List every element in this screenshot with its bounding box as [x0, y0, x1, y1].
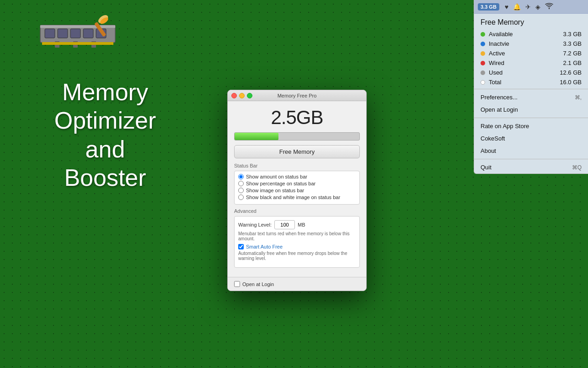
advanced-section: Warning Level: MB Menubar text turns red… [234, 216, 360, 268]
window-titlebar: Memory Free Pro [228, 90, 366, 101]
svg-rect-5 [83, 29, 93, 38]
status-bar-label: Status Bar [234, 163, 360, 168]
open-at-login-checkbox[interactable] [234, 281, 240, 287]
menu-top-bar: 3.3 GB ♥ 🔔 ✈ ◈ [474, 0, 588, 14]
dot-wired [481, 61, 485, 65]
menu-quit[interactable]: Quit ⌘Q [474, 161, 588, 173]
memory-row-wired: Wired 2.1 GB [474, 58, 588, 68]
memory-bar [234, 132, 360, 141]
memory-row-available: Available 3.3 GB [474, 29, 588, 39]
warning-level-unit: MB [298, 222, 305, 227]
window-body: 2.5GB Free Memory Status Bar Show amount… [228, 101, 366, 277]
radio-show-image[interactable]: Show image on status bar [238, 188, 356, 193]
menu-about[interactable]: About [474, 145, 588, 157]
smart-auto-free-label: Smart Auto Free [246, 244, 283, 249]
menu-rate[interactable]: Rate on App Store [474, 120, 588, 132]
svg-rect-3 [58, 29, 68, 38]
status-bar-section: Show amount on status bar Show percentag… [234, 171, 360, 205]
minimize-button[interactable] [239, 93, 245, 98]
dot-available [481, 32, 485, 37]
open-at-login-row: Open at Login [228, 277, 366, 291]
heart-icon: ♥ [505, 3, 508, 11]
radio-show-amount[interactable]: Show amount on status bar [238, 174, 356, 179]
value-used: 12.6 GB [560, 69, 582, 76]
divider-3 [474, 159, 588, 159]
divider-1 [474, 89, 588, 89]
value-inactive: 3.3 GB [563, 40, 582, 47]
menu-preferences[interactable]: Preferences... ⌘, [474, 91, 588, 103]
label-active: Active [489, 50, 505, 57]
free-memory-button[interactable]: Free Memory [234, 145, 360, 158]
label-total: Total [489, 79, 501, 86]
radio-show-percentage[interactable]: Show percentage on status bar [238, 181, 356, 186]
memory-row-total: Total 16.0 GB [474, 77, 588, 87]
app-title: Memory Optimizer and Booster [27, 78, 183, 192]
menu-dropdown: 3.3 GB ♥ 🔔 ✈ ◈ Free Memory Available 3.3… [474, 0, 588, 174]
label-wired: Wired [489, 60, 504, 66]
label-used: Used [489, 69, 502, 76]
app-window: Memory Free Pro 2.5GB Free Memory Status… [227, 90, 367, 291]
warning-level-input[interactable] [274, 220, 295, 229]
warning-level-label: Warning Level: [238, 222, 272, 227]
window-title: Memory Free Pro [278, 93, 317, 98]
traffic-lights [231, 93, 252, 98]
advanced-label: Advanced [234, 208, 360, 214]
menu-cokesoft[interactable]: CokeSoft [474, 132, 588, 145]
memory-row-inactive: Inactvie 3.3 GB [474, 39, 588, 49]
dot-used [481, 70, 485, 75]
menu-title: Free Memory [474, 14, 588, 29]
memory-row-active: Active 7.2 GB [474, 49, 588, 58]
svg-rect-10 [42, 42, 113, 45]
open-at-login-label: Open at Login [242, 281, 274, 287]
smart-auto-free-hint: Automatically free when free memory drop… [238, 251, 356, 261]
send-icon: ◈ [535, 3, 540, 11]
dot-inactive [481, 42, 485, 46]
warning-hint: Menubar text turns red when free memory … [238, 231, 356, 241]
menu-open-at-login[interactable]: Open at Login [474, 103, 588, 116]
zoom-button[interactable] [247, 93, 252, 98]
smart-auto-free-checkbox[interactable] [238, 244, 244, 249]
value-available: 3.3 GB [563, 31, 582, 38]
memory-bar-fill [235, 133, 278, 140]
value-wired: 2.1 GB [563, 60, 582, 66]
divider-2 [474, 118, 588, 118]
svg-rect-4 [70, 29, 80, 38]
bell-icon: 🔔 [513, 3, 521, 11]
menu-bar-icons: ♥ 🔔 ✈ ◈ [505, 3, 553, 11]
dot-total [481, 80, 485, 85]
memory-amount: 2.5GB [234, 107, 360, 129]
dot-active [481, 51, 485, 56]
airplane-icon: ✈ [525, 3, 531, 11]
value-active: 7.2 GB [563, 50, 582, 57]
value-total: 16.0 GB [560, 79, 582, 86]
smart-auto-free-row[interactable]: Smart Auto Free [238, 244, 356, 249]
label-available: Available [489, 31, 513, 38]
menu-badge: 3.3 GB [478, 3, 499, 11]
app-icon [37, 14, 119, 55]
svg-rect-1 [40, 25, 115, 28]
memory-row-used: Used 12.6 GB [474, 68, 588, 77]
svg-rect-2 [45, 29, 55, 38]
close-button[interactable] [231, 93, 237, 98]
radio-show-bw-image[interactable]: Show black and white image on status bar [238, 195, 356, 200]
label-inactive: Inactvie [489, 40, 509, 47]
wifi-icon [545, 3, 553, 11]
